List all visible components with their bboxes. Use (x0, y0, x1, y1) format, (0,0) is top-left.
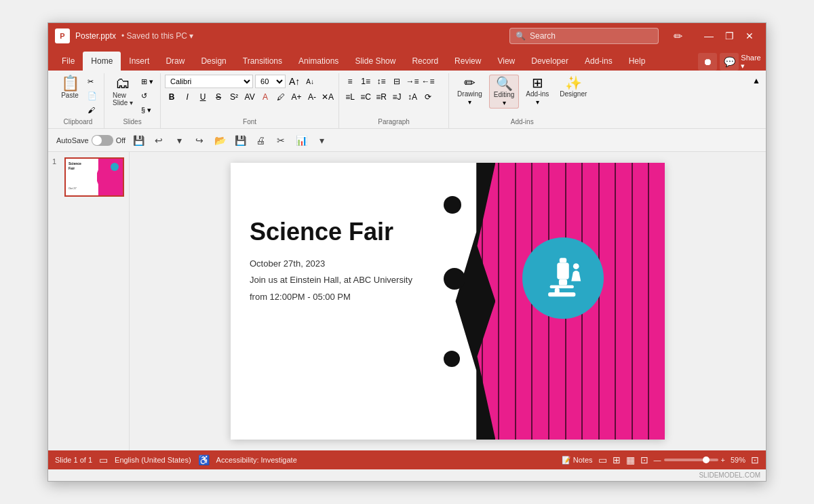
justify-button[interactable]: ≡J (390, 90, 404, 104)
bullets-button[interactable]: ≡ (343, 75, 357, 88)
reading-view-icon[interactable]: ▦ (626, 454, 635, 465)
tab-help[interactable]: Help (621, 52, 654, 71)
screen-clipping-button[interactable]: ✂ (273, 133, 288, 148)
minimize-button[interactable]: — (699, 26, 718, 45)
increase-font-button[interactable]: A↑ (288, 75, 301, 88)
numbering-button[interactable]: 1≡ (359, 75, 372, 88)
drawing-button[interactable]: ✏ Drawing ▾ (453, 75, 486, 107)
shadow-button[interactable]: S² (227, 90, 241, 104)
tab-review[interactable]: Review (446, 52, 489, 71)
accessibility-icon[interactable]: ♿ (198, 454, 210, 465)
char-spacing-button[interactable]: AV (243, 90, 256, 104)
tab-design[interactable]: Design (193, 52, 234, 71)
saved-status: • Saved to this PC ▾ (121, 31, 193, 41)
accessibility-text[interactable]: Accessibility: Investigate (216, 456, 297, 464)
columns-button[interactable]: ⊟ (390, 75, 404, 88)
redo-button[interactable]: ↪ (192, 133, 207, 148)
microscope-circle (522, 237, 604, 319)
reset-button[interactable]: ↺ (138, 89, 156, 102)
clear-format-button[interactable]: ✕A (321, 90, 334, 104)
search-icon: 🔍 (516, 31, 526, 41)
indent-more-button[interactable]: →≡ (406, 75, 419, 88)
tab-insert[interactable]: Insert (121, 52, 157, 71)
record-button[interactable]: ⏺ (698, 53, 717, 71)
addins-button[interactable]: ⊞ Add-ins ▾ (522, 75, 553, 107)
svg-rect-4 (548, 292, 575, 296)
font-content: Calibri 60 A↑ A↓ B I U S S² AV A 🖊 (165, 75, 334, 117)
indent-less-button[interactable]: ←≡ (421, 75, 435, 88)
align-right-button[interactable]: ≡R (374, 90, 388, 104)
tab-file[interactable]: File (54, 52, 83, 71)
font-size-up2-button[interactable]: A+ (290, 90, 303, 104)
new-slide-button[interactable]: 🗂 NewSlide ▾ (109, 75, 137, 108)
copy-button[interactable]: 📄 (85, 89, 100, 102)
close-button[interactable]: ✕ (740, 26, 759, 45)
open-folder-button[interactable]: 📂 (212, 133, 227, 148)
font-name-select[interactable]: Calibri (165, 75, 253, 88)
underline-button[interactable]: U (196, 90, 210, 104)
undo-button[interactable]: ↩ (151, 133, 166, 148)
zoom-slider[interactable] (664, 459, 718, 461)
ribbon-group-font: Calibri 60 A↑ A↓ B I U S S² AV A 🖊 (162, 73, 339, 128)
paste-button[interactable]: 📋 Paste (56, 75, 83, 100)
zoom-level[interactable]: 59% (731, 456, 745, 464)
tab-draw[interactable]: Draw (157, 52, 193, 71)
align-left-button[interactable]: ≡L (343, 90, 357, 104)
fit-slide-icon[interactable]: ⊡ (751, 454, 759, 465)
format-painter-button[interactable]: 🖌 (85, 103, 100, 117)
tab-addins[interactable]: Add-ins (577, 52, 621, 71)
slide-panel-icon[interactable]: ▭ (99, 454, 108, 465)
slide-venue[interactable]: Join us at Einstein Hall, at ABC Univers… (250, 274, 412, 286)
ribbon-collapse[interactable]: ▲ (752, 73, 760, 128)
autosave-toggle[interactable] (92, 135, 113, 146)
undo-dropdown[interactable]: ▾ (172, 133, 187, 148)
align-center-button[interactable]: ≡C (359, 90, 372, 104)
normal-view-icon[interactable]: ▭ (598, 454, 607, 465)
save-local-button[interactable]: 💾 (233, 133, 248, 148)
tab-animations[interactable]: Animations (290, 52, 347, 71)
highlight-button[interactable]: 🖊 (274, 90, 288, 104)
tab-developer[interactable]: Developer (523, 52, 577, 71)
tab-view[interactable]: View (489, 52, 523, 71)
slide-time[interactable]: from 12:00PM - 05:00 PM (250, 292, 412, 302)
cut-button[interactable]: ✂ (85, 75, 100, 88)
tab-transitions[interactable]: Transitions (235, 52, 290, 71)
convert-smartart-button[interactable]: ⟳ (421, 90, 435, 104)
zoom-in-button[interactable]: + (721, 456, 725, 464)
editing-button[interactable]: 🔍 Editing ▾ (489, 75, 520, 109)
print-button[interactable]: 🖨 (253, 133, 268, 148)
share-button[interactable]: Share ▾ (741, 53, 760, 71)
italic-button[interactable]: I (180, 90, 194, 104)
font-color-button[interactable]: A (258, 90, 272, 104)
strikethrough-button[interactable]: S (212, 90, 225, 104)
presenter-view-icon[interactable]: ⊡ (640, 454, 648, 465)
text-direction-button[interactable]: ↕A (406, 90, 419, 104)
zoom-out-button[interactable]: — (654, 456, 661, 464)
more-qa-button[interactable]: ▾ (314, 133, 329, 148)
decrease-font-button[interactable]: A↓ (303, 75, 317, 88)
presenter-button[interactable]: 📊 (294, 133, 309, 148)
slide-canvas[interactable]: Science Fair October 27th, 2023 Join us … (231, 163, 665, 440)
tab-record[interactable]: Record (404, 52, 446, 71)
pen-icon[interactable]: ✏ (670, 28, 686, 44)
line-spacing-button[interactable]: ↕≡ (374, 75, 388, 88)
save-quick-button[interactable]: 💾 (131, 133, 146, 148)
notes-button[interactable]: 📝 Notes (562, 456, 593, 465)
comment-button[interactable]: 💬 (720, 53, 739, 71)
tab-slideshow[interactable]: Slide Show (347, 52, 404, 71)
restore-button[interactable]: ❐ (720, 26, 739, 45)
status-bar: Slide 1 of 1 ▭ English (United States) ♿… (48, 450, 766, 469)
tab-home[interactable]: Home (83, 52, 121, 71)
slide-date[interactable]: October 27th, 2023 (250, 258, 412, 269)
slide-sorter-icon[interactable]: ⊞ (613, 454, 621, 465)
slide-number: 1 (52, 157, 60, 166)
layout-button[interactable]: ⊞ ▾ (138, 75, 156, 88)
designer-button[interactable]: ✨ Designer (556, 75, 591, 99)
slide-thumbnail[interactable]: ScienceFair Oct 27 (64, 157, 124, 197)
bold-button[interactable]: B (165, 90, 178, 104)
slide-title[interactable]: Science Fair (250, 217, 412, 246)
search-bar[interactable]: 🔍 Search (509, 28, 659, 44)
section-button[interactable]: § ▾ (138, 103, 156, 117)
font-size-down2-button[interactable]: A- (305, 90, 319, 104)
font-size-select[interactable]: 60 (255, 75, 286, 88)
